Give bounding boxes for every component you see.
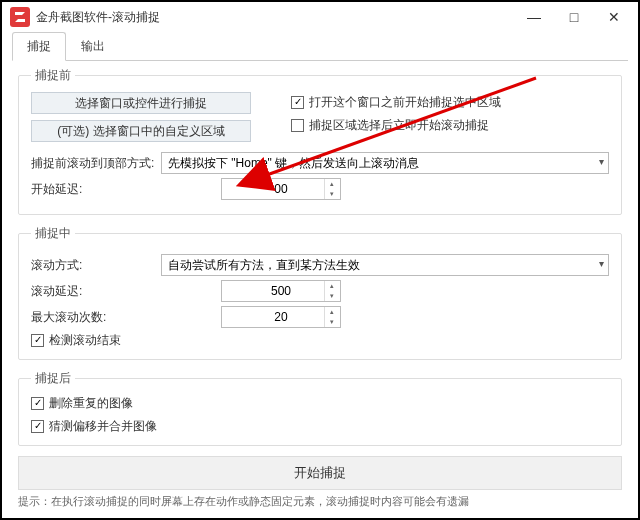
spinner-down-icon[interactable]: ▾: [324, 317, 338, 327]
spinner-up-icon[interactable]: ▴: [324, 307, 338, 317]
spinner-start-delay-value: 00: [274, 182, 287, 196]
group-before-capture: 捕捉前 选择窗口或控件进行捕捉 (可选) 选择窗口中的自定义区域 打开这个窗口之…: [18, 67, 622, 215]
spinner-up-icon[interactable]: ▴: [324, 281, 338, 291]
spinner-down-icon[interactable]: ▾: [324, 189, 338, 199]
app-logo-icon: [10, 7, 30, 27]
spinner-max-scroll[interactable]: 20 ▴▾: [221, 306, 341, 328]
checkbox-label: 捕捉区域选择后立即开始滚动捕捉: [309, 117, 489, 134]
checkbox-icon: [31, 420, 44, 433]
chevron-down-icon: ▾: [599, 258, 604, 269]
checkbox-label: 删除重复的图像: [49, 395, 133, 412]
titlebar: 金舟截图软件-滚动捕捉 — □ ✕: [2, 2, 638, 32]
chevron-down-icon: ▾: [599, 156, 604, 167]
app-window: 金舟截图软件-滚动捕捉 — □ ✕ 捕捉 输出 捕捉前 选择窗口或控件进行捕捉 …: [0, 0, 640, 520]
checkbox-detect-end[interactable]: 检测滚动结束: [31, 332, 609, 349]
checkbox-label: 猜测偏移并合并图像: [49, 418, 157, 435]
label-top-method: 捕捉前滚动到顶部方式:: [31, 155, 161, 172]
checkbox-scroll-after-select[interactable]: 捕捉区域选择后立即开始滚动捕捉: [291, 117, 501, 134]
combo-scroll-method-value: 自动尝试所有方法，直到某方法生效: [168, 257, 360, 274]
start-capture-button[interactable]: 开始捕捉: [18, 456, 622, 490]
hint-text: 提示：在执行滚动捕捉的同时屏幕上存在动作或静态固定元素，滚动捕捉时内容可能会有遗…: [18, 494, 622, 509]
checkbox-remove-dup[interactable]: 删除重复的图像: [31, 395, 609, 412]
label-scroll-method: 滚动方式:: [31, 257, 161, 274]
label-scroll-delay: 滚动延迟:: [31, 283, 161, 300]
tab-capture[interactable]: 捕捉: [12, 32, 66, 61]
maximize-button[interactable]: □: [554, 3, 594, 31]
select-window-button[interactable]: 选择窗口或控件进行捕捉: [31, 92, 251, 114]
spinner-scroll-delay-value: 500: [271, 284, 291, 298]
combo-scroll-method[interactable]: 自动尝试所有方法，直到某方法生效 ▾: [161, 254, 609, 276]
minimize-button[interactable]: —: [514, 3, 554, 31]
spinner-down-icon[interactable]: ▾: [324, 291, 338, 301]
label-start-delay: 开始延迟:: [31, 181, 161, 198]
checkbox-icon: [31, 334, 44, 347]
select-custom-region-button[interactable]: (可选) 选择窗口中的自定义区域: [31, 120, 251, 142]
window-title: 金舟截图软件-滚动捕捉: [36, 9, 514, 26]
spinner-scroll-delay[interactable]: 500 ▴▾: [221, 280, 341, 302]
combo-top-method[interactable]: 先模拟按下 "Home" 键，然后发送向上滚动消息 ▾: [161, 152, 609, 174]
checkbox-icon: [291, 119, 304, 132]
group-after-capture: 捕捉后 删除重复的图像 猜测偏移并合并图像: [18, 370, 622, 446]
checkbox-guess-merge[interactable]: 猜测偏移并合并图像: [31, 418, 609, 435]
label-max-scroll: 最大滚动次数:: [31, 309, 161, 326]
checkbox-label: 检测滚动结束: [49, 332, 121, 349]
spinner-max-scroll-value: 20: [274, 310, 287, 324]
tab-bar: 捕捉 输出: [12, 32, 628, 61]
checkbox-label: 打开这个窗口之前开始捕捉选中区域: [309, 94, 501, 111]
checkbox-icon: [291, 96, 304, 109]
checkbox-select-region-first[interactable]: 打开这个窗口之前开始捕捉选中区域: [291, 94, 501, 111]
tab-output[interactable]: 输出: [66, 32, 120, 60]
spinner-up-icon[interactable]: ▴: [324, 179, 338, 189]
combo-top-method-value: 先模拟按下 "Home" 键，然后发送向上滚动消息: [168, 155, 419, 172]
group-before-legend: 捕捉前: [31, 67, 75, 84]
group-after-legend: 捕捉后: [31, 370, 75, 387]
close-button[interactable]: ✕: [594, 3, 634, 31]
checkbox-icon: [31, 397, 44, 410]
group-during-capture: 捕捉中 滚动方式: 自动尝试所有方法，直到某方法生效 ▾ 滚动延迟: 500 ▴…: [18, 225, 622, 360]
content-area: 捕捉前 选择窗口或控件进行捕捉 (可选) 选择窗口中的自定义区域 打开这个窗口之…: [2, 61, 638, 446]
group-during-legend: 捕捉中: [31, 225, 75, 242]
spinner-start-delay[interactable]: 00 ▴▾: [221, 178, 341, 200]
